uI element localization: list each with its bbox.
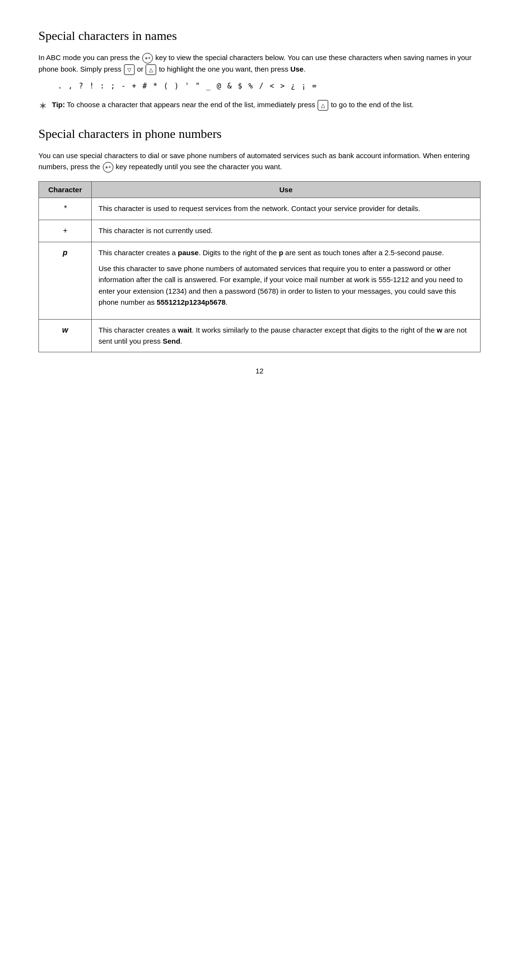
use-p: This character creates a pause. Digits t… bbox=[92, 242, 481, 319]
tip-box: ✶ Tip: To choose a character that appear… bbox=[38, 99, 481, 112]
section1-title: Special characters in names bbox=[38, 29, 481, 43]
special-chars: . , ? ! : ; - + # * ( ) ' " _ @ & $ % / … bbox=[58, 82, 481, 90]
characters-table: Character Use * This character is used t… bbox=[38, 181, 481, 352]
star-key-2: ∗+ bbox=[103, 162, 113, 173]
use-star: This character is used to request servic… bbox=[92, 198, 481, 220]
table-row: * This character is used to request serv… bbox=[39, 198, 481, 220]
nav-up-symbol: △ bbox=[146, 64, 156, 75]
use-plus: This character is not currently used. bbox=[92, 220, 481, 242]
table-row: w This character creates a wait. It work… bbox=[39, 320, 481, 352]
use-p-para2: Use this character to save phone numbers… bbox=[99, 263, 473, 308]
tip-icon: ✶ bbox=[38, 100, 47, 112]
use-w: This character creates a wait. It works … bbox=[92, 320, 481, 352]
col-use: Use bbox=[92, 182, 481, 198]
char-plus: + bbox=[39, 220, 92, 242]
table-row: p This character creates a pause. Digits… bbox=[39, 242, 481, 319]
tip-label: Tip: bbox=[52, 100, 65, 109]
or-text: or bbox=[137, 65, 143, 73]
table-header-row: Character Use bbox=[39, 182, 481, 198]
col-character: Character bbox=[39, 182, 92, 198]
char-p: p bbox=[39, 242, 92, 319]
to-text: to bbox=[159, 65, 165, 73]
tip-text: Tip: To choose a character that appears … bbox=[52, 99, 414, 111]
char-w: w bbox=[39, 320, 92, 352]
page-content: Special characters in names In ABC mode … bbox=[38, 29, 481, 375]
star-key-1: ∗+ bbox=[142, 53, 153, 63]
char-star: * bbox=[39, 198, 92, 220]
table-row: + This character is not currently used. bbox=[39, 220, 481, 242]
section2-title: Special characters in phone numbers bbox=[38, 127, 481, 141]
page-number: 12 bbox=[38, 367, 481, 375]
nav-down-symbol: ▽ bbox=[124, 64, 135, 75]
use-label: Use bbox=[290, 65, 304, 73]
section2-paragraph1: You can use special characters to dial o… bbox=[38, 150, 481, 173]
use-p-para1: This character creates a pause. Digits t… bbox=[99, 247, 473, 258]
section2: Special characters in phone numbers You … bbox=[38, 127, 481, 352]
tip-nav-symbol: △ bbox=[318, 100, 328, 111]
section1-paragraph: In ABC mode you can press the ∗+ key to … bbox=[38, 52, 481, 75]
